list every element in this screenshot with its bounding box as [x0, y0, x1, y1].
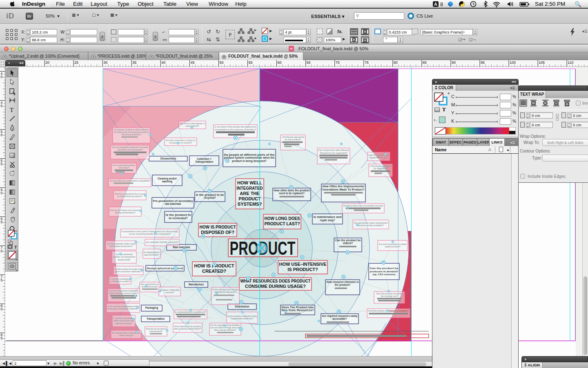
svg-text:they energy-efficient?: they energy-efficient? — [214, 329, 236, 331]
svg-text:washing: washing — [162, 180, 172, 183]
svg-text:90: 90 — [452, 61, 456, 65]
svg-text:Transportation: Transportation — [147, 317, 165, 321]
svg-text:20: 20 — [45, 61, 49, 65]
svg-text:IS PRODUCT?: IS PRODUCT? — [287, 267, 318, 272]
svg-text:Can the product be: Can the product be — [370, 267, 399, 269]
svg-text:Are appropriate repair/ mainte: Are appropriate repair/ maintenance — [354, 222, 388, 224]
svg-text:Is maintenance and: Is maintenance and — [314, 215, 342, 218]
svg-text:CONSUME DURING USAGE?: CONSUME DURING USAGE? — [245, 284, 306, 289]
svg-text:from past consumer material?: from past consumer material? — [108, 307, 139, 310]
svg-text:sourced?: sourced? — [165, 291, 174, 294]
svg-text:60: 60 — [278, 61, 282, 65]
svg-text:Dissasembly: Dissasembly — [160, 157, 176, 160]
svg-text:for reliability?: for reliability? — [374, 167, 388, 170]
svg-text:HOW USE–INTENSIVE: HOW USE–INTENSIVE — [279, 262, 327, 267]
svg-text:Are the materials made using: Are the materials made using — [107, 242, 136, 245]
svg-text:0: 0 — [1, 191, 3, 195]
svg-text:Is product packaging: Is product packaging — [110, 278, 130, 280]
svg-text:need to be replaced?: need to be replaced? — [279, 192, 305, 195]
svg-text:Collection +: Collection + — [197, 157, 212, 160]
svg-text:75: 75 — [365, 61, 369, 65]
svg-text:SYSTEMS?: SYSTEMS? — [238, 202, 262, 206]
svg-text:non-toxic?: non-toxic? — [118, 166, 129, 169]
svg-text:A: A — [434, 2, 437, 7]
svg-text:during incineration?: during incineration? — [115, 211, 135, 214]
svg-text:0: 0 — [1, 75, 3, 79]
svg-text:number of components: number of components — [113, 256, 136, 258]
svg-text:95: 95 — [481, 61, 485, 65]
svg-text:How resource intensive is: How resource intensive is — [327, 280, 359, 283]
svg-text:be incinerated?: be incinerated? — [169, 217, 188, 220]
svg-text:dynamic consumption?: dynamic consumption? — [390, 310, 408, 312]
svg-text:105: 105 — [539, 61, 545, 65]
svg-text:Packaging: Packaging — [145, 306, 158, 310]
svg-text:run on clean energy and are: run on clean energy and are — [211, 326, 240, 329]
svg-text:the product?: the product? — [335, 283, 351, 287]
svg-text:T: T — [10, 107, 13, 113]
svg-text:50: 50 — [219, 61, 223, 65]
svg-text:consumers to recycle?: consumers to recycle? — [169, 141, 192, 144]
svg-text:Design (physical product): Design (physical product) — [147, 267, 183, 269]
svg-text:Is one facet of the product be: Is one facet of the product becoming mor… — [215, 126, 256, 128]
svg-text:recycled?: recycled? — [204, 196, 216, 200]
svg-text:s the lifespan appropriate: s the lifespan appropriate — [282, 136, 305, 138]
svg-text:5: 5 — [1, 162, 3, 166]
svg-text:Transportation: Transportation — [195, 160, 213, 164]
svg-text:Can the product use customizab: Can the product use customizable housing… — [343, 204, 383, 207]
svg-text:repair product?: repair product? — [385, 245, 400, 248]
svg-text:110: 110 — [568, 61, 573, 65]
svg-text:100: 100 — [510, 61, 516, 65]
svg-text:sustainable methods?: sustainable methods? — [231, 317, 254, 320]
svg-text:Is product packaging: Is product packaging — [114, 317, 134, 319]
svg-text:with existing accessories?: with existing accessories? — [108, 292, 138, 294]
svg-text:Are component joiners: Are component joiners — [113, 164, 136, 166]
svg-text:Does product release toxic emi: Does product release toxic emissions — [110, 209, 140, 211]
svg-text:efficient energy?: efficient energy? — [115, 322, 132, 325]
svg-text:5: 5 — [1, 278, 3, 282]
svg-text:PRODUCT LAST?: PRODUCT LAST? — [265, 221, 300, 226]
svg-text:ARE THE: ARE THE — [240, 191, 259, 196]
svg-text:Manufacture: Manufacture — [189, 283, 204, 286]
svg-text:Is the product marketed using: Is the product marketed using — [228, 315, 257, 317]
svg-text:HOW LONG DOES: HOW LONG DOES — [265, 216, 300, 221]
svg-text:70: 70 — [336, 61, 340, 65]
svg-text:approachable?: approachable? — [144, 254, 159, 256]
svg-text:Are the minimum: Are the minimum — [116, 253, 133, 256]
svg-text:Are systems in place to allow: Are systems in place to allow collection — [114, 128, 149, 131]
svg-text:produced on demand?: produced on demand? — [370, 270, 399, 273]
svg-text:sustainable at the expense of: sustainable at the expense of another? — [215, 128, 256, 131]
svg-text:How much space do products: How much space do products — [174, 325, 201, 328]
svg-text:Raw materials: Raw materials — [173, 246, 190, 249]
svg-text:PRODUCT: PRODUCT — [238, 196, 261, 201]
svg-text:0: 0 — [1, 307, 3, 311]
svg-text:re-fillable/re-usable?: re-fillable/re-usable? — [110, 280, 130, 283]
svg-text:Are the different components c: Are the different components compatible? — [110, 180, 150, 182]
svg-text:CREATED?: CREATED? — [202, 269, 226, 274]
svg-text:re-use recycling already been: re-use recycling already been exhausted? — [129, 233, 171, 235]
svg-text:identified and separated?: identified and separated? — [117, 148, 143, 151]
svg-text:Are the components compatible: Are the components compatible — [109, 289, 139, 292]
svg-text:Are there incentives in place: Are there incentives in place for — [166, 139, 196, 141]
svg-text:Can incompatible materials be: Can incompatible materials be easily — [112, 146, 149, 148]
svg-text:T: T — [14, 245, 17, 249]
svg-text:Is the product designed: Is the product designed — [370, 165, 392, 167]
svg-text:for the product?: for the product? — [285, 138, 301, 141]
svg-text:5: 5 — [1, 220, 3, 224]
svg-text:Are tools provided to clean/: Are tools provided to clean/ — [379, 243, 407, 245]
svg-text:DISPOSED OF?: DISPOSED OF? — [201, 230, 234, 235]
svg-text:post-consumer materials?: post-consumer materials? — [115, 270, 142, 273]
svg-text:35: 35 — [132, 61, 136, 65]
svg-text:clean energy?: clean energy? — [119, 334, 134, 337]
svg-text:Is incineration a last option?: Is incineration a last option? Have opti… — [122, 230, 179, 233]
svg-text:Can the components be re-used: Can the components be re-used — [115, 193, 145, 195]
svg-text:5: 5 — [1, 336, 3, 340]
svg-text:Can components with different: Can components with different — [318, 149, 349, 151]
svg-text:45: 45 — [190, 61, 194, 65]
svg-text:transported?: transported? — [149, 330, 163, 332]
svg-text:of used goods and transport th: of used goods and transport them to — [114, 131, 149, 133]
svg-text:85: 85 — [423, 61, 427, 65]
svg-text:Does The Product Use: Does The Product Use — [282, 306, 314, 309]
svg-text:raw materials: raw materials — [165, 202, 181, 205]
svg-text:being used?: being used? — [118, 258, 131, 261]
svg-text:services easily available?: services easily available? — [358, 224, 383, 227]
